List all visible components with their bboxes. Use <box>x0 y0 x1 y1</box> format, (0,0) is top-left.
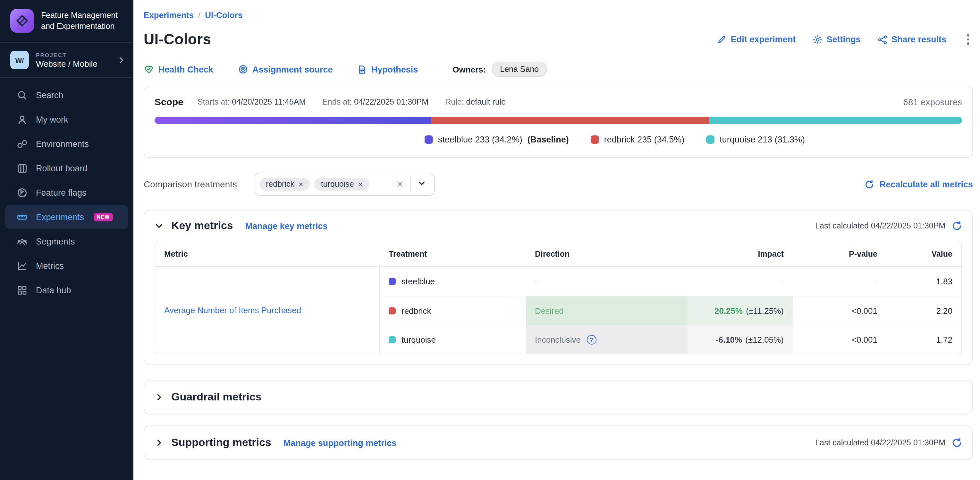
legend-item-turquoise: turquoise 213 (31.3%) <box>706 135 805 144</box>
manage-supporting-metrics-link[interactable]: Manage supporting metrics <box>283 438 397 448</box>
p-value: <0.001 <box>852 306 877 316</box>
chip-label: turquoise <box>321 180 354 189</box>
p-value: <0.001 <box>852 335 877 344</box>
line-chart-icon <box>17 260 27 271</box>
rule-label: Rule: <box>445 97 464 106</box>
chip-label: redbrick <box>266 180 294 189</box>
sidebar-item-rollout-board[interactable]: Rollout board <box>0 156 134 180</box>
refresh-icon[interactable] <box>952 438 962 448</box>
more-options-button[interactable] <box>963 33 973 46</box>
scope-card: Scope Starts at: 04/20/2025 11:45AM Ends… <box>144 87 973 158</box>
hypothesis-link[interactable]: Hypothesis <box>357 64 418 74</box>
direction-value: - <box>535 277 538 286</box>
owner-chip[interactable]: Lena Sano <box>492 62 547 77</box>
share-results-button[interactable]: Share results <box>877 34 946 45</box>
page-title: UI-Colors <box>144 31 211 48</box>
document-icon <box>357 64 367 74</box>
board-columns-icon <box>17 163 27 174</box>
redbrick-swatch <box>591 136 599 144</box>
breadcrumb-separator: / <box>198 10 200 20</box>
key-metrics-section: Key metrics Manage key metrics Last calc… <box>144 210 973 365</box>
direction-value: Desired <box>535 306 564 316</box>
collapse-toggle[interactable] <box>154 222 164 230</box>
guardrail-metrics-title: Guardrail metrics <box>171 391 262 403</box>
chevron-right-icon <box>154 393 164 402</box>
supporting-metrics-title: Supporting metrics <box>171 436 271 449</box>
sidebar-item-label: Experiments <box>36 212 84 222</box>
sidebar-item-feature-flags[interactable]: Feature flags <box>0 180 134 205</box>
distribution-legend: steelblue 233 (34.2%) (Baseline) redbric… <box>211 135 980 144</box>
help-icon[interactable]: ? <box>587 335 596 344</box>
treatments-multiselect[interactable]: redbrick ✕ turquoise ✕ ✕ <box>254 172 434 196</box>
user-icon <box>17 114 27 125</box>
table-header: Metric Treatment Direction Impact P-valu… <box>155 241 961 267</box>
col-impact: Impact <box>687 249 793 258</box>
col-metric: Metric <box>155 249 380 258</box>
settings-button[interactable]: Settings <box>812 34 861 45</box>
ends-at-value: 04/22/2025 01:30PM <box>354 97 428 106</box>
search-icon <box>17 89 27 100</box>
project-badge: W/ <box>10 51 29 69</box>
treatment-chip-redbrick[interactable]: redbrick ✕ <box>259 178 310 191</box>
expand-toggle[interactable] <box>154 393 164 402</box>
sidebar-item-segments[interactable]: Segments <box>0 229 134 254</box>
sidebar-item-metrics[interactable]: Metrics <box>0 254 134 278</box>
sidebar-item-label: Search <box>36 90 64 100</box>
bar-segment-steelblue <box>154 117 431 124</box>
treatment-name: redbrick <box>401 306 431 316</box>
steelblue-swatch <box>425 136 433 144</box>
app-brand: Feature Management and Experimentation <box>0 0 134 42</box>
project-switcher[interactable]: W/ PROJECT Website / Mobile <box>0 43 134 77</box>
chevron-right-icon <box>117 56 126 64</box>
settings-label: Settings <box>826 35 861 44</box>
hypothesis-label: Hypothesis <box>371 64 418 74</box>
edit-experiment-label: Edit experiment <box>731 35 796 44</box>
key-metrics-table: Metric Treatment Direction Impact P-valu… <box>154 241 962 354</box>
health-check-label: Health Check <box>158 64 213 74</box>
health-check-link[interactable]: Health Check <box>144 64 213 75</box>
sidebar-item-environments[interactable]: Environments <box>0 132 134 156</box>
chevron-down-icon <box>154 222 164 230</box>
people-icon <box>17 236 27 247</box>
sidebar-item-data-hub[interactable]: Data hub <box>0 278 134 302</box>
expand-toggle[interactable] <box>154 438 164 447</box>
sidebar-item-my-work[interactable]: My work <box>0 107 134 132</box>
metric-name-link[interactable]: Average Number of Items Purchased <box>164 305 301 315</box>
chevron-down-icon[interactable] <box>415 177 428 191</box>
table-row: turquoise Inconclusive? -6.10%(±12.05%) … <box>380 325 961 354</box>
legend-label: turquoise 213 (31.3%) <box>720 135 805 144</box>
direction-value: Inconclusive <box>535 335 581 344</box>
manage-key-metrics-link[interactable]: Manage key metrics <box>245 221 328 231</box>
remove-chip-icon[interactable]: ✕ <box>358 181 363 188</box>
pencil-icon <box>718 35 727 44</box>
col-value: Value <box>886 249 961 258</box>
flag-circle-icon <box>17 187 27 198</box>
sidebar-item-experiments[interactable]: Experiments NEW <box>5 205 128 229</box>
sidebar-item-search[interactable]: Search <box>0 83 134 107</box>
bullseye-icon <box>238 64 248 75</box>
remove-chip-icon[interactable]: ✕ <box>298 181 304 188</box>
redbrick-swatch <box>389 307 396 314</box>
refresh-icon[interactable] <box>952 221 962 231</box>
breadcrumb-current[interactable]: UI-Colors <box>205 10 242 20</box>
edit-experiment-button[interactable]: Edit experiment <box>718 35 796 44</box>
app-title: Feature Management and Experimentation <box>41 10 123 32</box>
sidebar: Feature Management and Experimentation W… <box>0 0 134 480</box>
sidebar-item-label: Segments <box>36 236 75 246</box>
sidebar-item-label: Feature flags <box>36 188 87 197</box>
hexagons-icon <box>17 138 27 149</box>
recalculate-all-metrics-button[interactable]: Recalculate all metrics <box>865 179 973 189</box>
turquoise-swatch <box>706 136 714 144</box>
share-icon <box>877 34 888 45</box>
breadcrumb-link-experiments[interactable]: Experiments <box>144 10 194 20</box>
treatment-chip-turquoise[interactable]: turquoise ✕ <box>315 178 370 191</box>
chevron-right-icon <box>154 438 164 447</box>
sidebar-item-label: My work <box>36 115 68 124</box>
owners-label: Owners: <box>452 64 486 74</box>
impact-value: -6.10% <box>716 335 742 344</box>
breadcrumb: Experiments / UI-Colors <box>144 0 973 20</box>
rule-value: default rule <box>466 97 506 106</box>
assignment-source-link[interactable]: Assignment source <box>238 64 333 75</box>
bar-segment-redbrick <box>431 117 710 124</box>
clear-selection-icon[interactable]: ✕ <box>391 179 409 189</box>
